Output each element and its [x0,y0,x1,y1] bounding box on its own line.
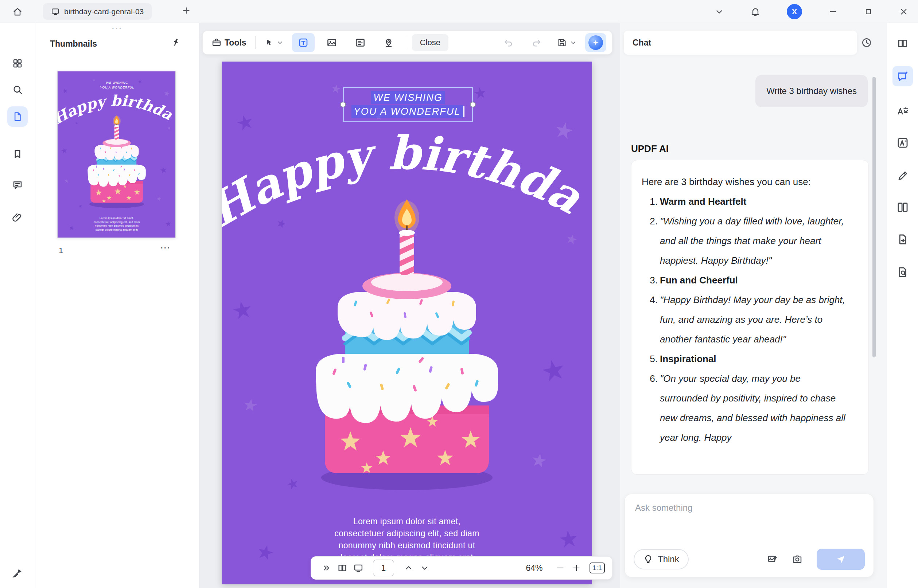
save-button[interactable] [554,33,579,52]
think-toggle-button[interactable]: Think [634,549,689,569]
card-body-text[interactable]: Lorem ipsum dolor sit amet, consectetuer… [58,216,176,231]
panel-drag-handle-icon[interactable]: ⋯ [111,21,123,34]
select-tool-button[interactable] [261,33,286,52]
reader-panel-button[interactable] [892,33,913,53]
thumbnail-page-number: 1 [59,246,63,255]
attachments-button[interactable] [7,207,28,228]
redo-button[interactable] [525,33,548,52]
text-tool-button[interactable] [292,33,315,52]
cake-illustration [79,111,154,210]
list-item: 4."Happy Birthday! May your day be as br… [642,290,858,349]
attach-image-icon[interactable] [767,554,778,565]
close-button[interactable]: Close [412,34,448,51]
cake-illustration [290,187,523,497]
undo-icon [503,37,513,48]
star-decoration: ★ [62,87,68,95]
card-body-line: Lorem ipsum dolor sit amet, [222,515,592,528]
selection-handle-left[interactable] [340,102,346,107]
file-translate-button[interactable] [892,229,913,250]
annotations-button[interactable] [7,175,28,195]
ai-chat-button[interactable] [892,66,913,86]
text-translate-button[interactable] [892,132,913,153]
side-by-side-button[interactable] [892,197,913,218]
ai-notes-icon [897,170,909,182]
star-decoration: ★ [138,79,142,84]
star-decoration: ★ [60,147,68,155]
pin-panel-icon[interactable] [170,36,182,48]
side-by-side-icon [897,201,909,213]
ai-assistant-button[interactable] [585,33,606,52]
chevron-down-icon[interactable] [714,7,724,16]
card-top-text-line1[interactable]: WE WISHING [105,81,129,85]
notifications-bell-icon[interactable] [750,6,761,17]
selected-text-box[interactable]: WE WISHING YOU A WONDERFUL [96,79,138,91]
tools-button[interactable]: Tools [209,33,249,52]
right-sidebar [887,23,918,588]
actual-size-button[interactable]: 1:1 [589,562,605,573]
home-button[interactable] [10,4,25,19]
send-button[interactable] [817,549,865,570]
birthday-card-page[interactable]: ★ ★ ★ ★ ★ ★ ★ ★ ★ ★ ★ ★ ★ ★ ★ WE WISHING… [58,71,176,238]
page-number-input[interactable] [373,560,394,576]
star-decoration: ★ [330,83,342,95]
window-close-button[interactable] [899,7,908,16]
ai-search-button[interactable] [892,262,913,282]
card-top-text-line2[interactable]: YOU A WONDERFUL [99,85,134,89]
bookmarks-button[interactable] [7,144,28,164]
zoom-out-button[interactable] [552,559,568,577]
card-top-text-line2[interactable]: YOU A WONDERFUL [351,105,463,118]
star-decoration: ★ [564,231,579,247]
undo-button[interactable] [497,33,520,52]
card-body-line: Lorem ipsum dolor sit amet, [58,216,176,220]
previous-page-button[interactable] [401,559,417,577]
list-item: 1.Warm and Heartfelt [642,192,858,211]
chat-history-icon[interactable] [861,37,873,48]
card-top-text-line1[interactable]: WE WISHING [371,91,445,104]
user-avatar[interactable]: X [787,4,802,19]
think-label: Think [658,554,679,564]
search-button[interactable] [7,79,28,100]
birthday-card-page[interactable]: ★ ★ ★ ★ ★ ★ ★ ★ ★ ★ ★ ★ ★ ★ ★ WE WISHING… [222,61,592,584]
ai-chat-icon [897,70,909,82]
chevron-down-icon [570,39,576,46]
translate-button[interactable] [892,101,913,121]
ai-notes-button[interactable] [892,165,913,186]
card-body-line: laoreet dolore magna aliquam erat [58,228,176,232]
left-sidebar [0,23,36,588]
reader-mode-icon[interactable] [350,559,366,577]
signature-pen-button[interactable] [7,563,28,583]
page-thumbnail[interactable]: ★ ★ ★ ★ ★ ★ ★ ★ ★ ★ ★ ★ ★ ★ ★ WE WISHING… [57,71,176,238]
card-body-line: consectetuer adipiscing elit, sed diam [222,528,592,540]
screenshot-icon[interactable] [792,554,803,565]
thumbnail-more-options-icon[interactable]: ⋯ [160,242,171,254]
chat-input[interactable] [635,503,854,513]
star-decoration: ★ [242,396,259,414]
collapse-bar-icon[interactable] [318,559,334,577]
zoom-level[interactable]: 64% [526,563,543,573]
star-decoration: ★ [529,450,549,471]
apps-grid-button[interactable] [7,53,28,74]
zoom-in-button[interactable] [568,559,584,577]
card-body-line: consectetuer adipiscing elit, sed diam [58,220,176,224]
document-tab[interactable]: birthday-card-genral-03 [43,3,152,20]
new-tab-button[interactable] [181,6,191,15]
selection-handle-right[interactable] [470,102,476,107]
two-page-view-icon[interactable] [334,559,350,577]
cursor-icon [264,38,274,47]
window-minimize-button[interactable] [828,7,838,16]
chat-input-card: Think [625,494,874,577]
form-tool-button[interactable] [349,33,371,52]
image-tool-button[interactable] [321,33,343,52]
next-page-button[interactable] [417,559,433,577]
image-tool-icon [326,37,337,48]
redo-icon [531,37,542,48]
selected-text-box[interactable]: WE WISHING YOU A WONDERFUL [343,87,473,122]
stamp-tool-button[interactable] [377,33,400,52]
list-item: 5.Inspirational [642,349,858,369]
assistant-name: UPDF AI [631,143,669,155]
thumbnails-panel-button[interactable] [7,107,28,127]
chat-header: Chat [624,31,857,55]
chat-scrollbar[interactable] [873,77,876,357]
window-maximize-button[interactable] [864,7,873,16]
page-navigation-bar: 64% 1:1 [311,556,612,580]
